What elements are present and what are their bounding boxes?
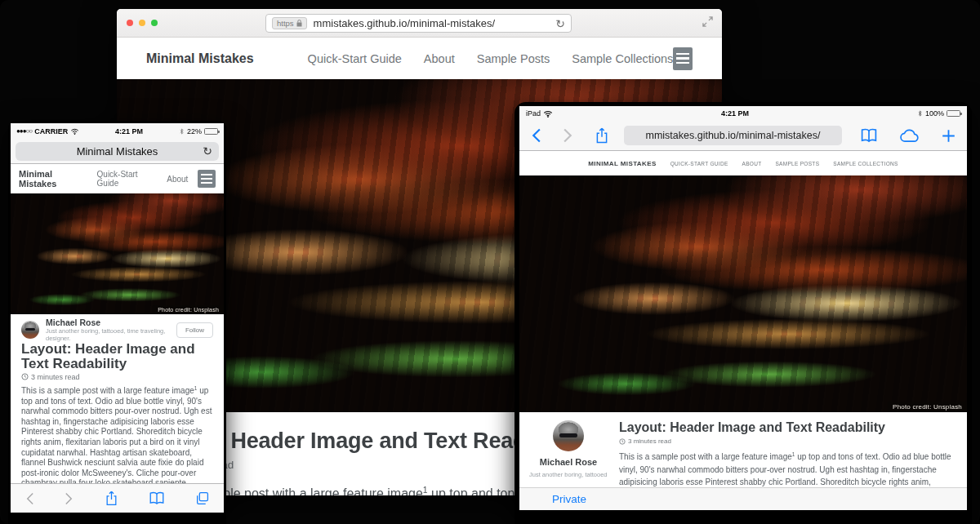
carrier-label: CARRIER bbox=[34, 127, 68, 135]
clock-icon bbox=[619, 438, 626, 445]
iphone-address-field[interactable]: Minimal Mistakes ↻ bbox=[16, 142, 219, 161]
hamburger-menu-icon[interactable] bbox=[673, 47, 693, 70]
nav-item-quick-start-guide[interactable]: Quick-Start Guide bbox=[308, 52, 402, 65]
reload-icon[interactable]: ↻ bbox=[203, 145, 212, 157]
reload-icon[interactable]: ↻ bbox=[555, 18, 565, 29]
photo-credit: Photo credit: Unsplash bbox=[888, 402, 967, 412]
battery-percent: 22% bbox=[187, 127, 202, 135]
iphone-nav-quick-start-guide[interactable]: Quick-Start Guide bbox=[97, 170, 156, 188]
paragraph-lead: This is a sample post with a large featu… bbox=[619, 452, 792, 461]
ipad-nav-quick-start-guide[interactable]: Quick-Start Guide bbox=[670, 161, 728, 167]
ipad-site-masthead: Minimal Mistakes Quick-Start Guide About… bbox=[519, 151, 967, 175]
url-text: mmistakes.github.io/minimal-mistakes/ bbox=[314, 17, 556, 29]
private-label[interactable]: Private bbox=[552, 493, 586, 505]
ipad-post-main: Layout: Header Image and Text Readabilit… bbox=[609, 420, 954, 487]
ipad-site-title-link[interactable]: Minimal Mistakes bbox=[588, 160, 656, 167]
address-bar[interactable]: https mmistakes.github.io/minimal-mistak… bbox=[265, 14, 572, 33]
ipad-status-bar: iPad 4:21 PM 100% bbox=[519, 106, 967, 121]
back-icon[interactable] bbox=[531, 127, 541, 144]
wifi-icon bbox=[70, 128, 79, 135]
follow-button[interactable]: Follow bbox=[176, 322, 213, 338]
iphone-read-time-meta: 3 minutes read bbox=[21, 373, 213, 381]
status-time: 4:21 PM bbox=[79, 127, 179, 135]
close-window-icon[interactable] bbox=[127, 20, 133, 26]
nav-item-sample-collections[interactable]: Sample Collections bbox=[572, 52, 673, 65]
signal-strength-icon: ●●●○○ bbox=[16, 127, 32, 135]
back-icon[interactable] bbox=[25, 491, 34, 506]
safari-toolbar: mmistakes.github.io/minimal-mistakes/ bbox=[519, 121, 967, 151]
iphone-status-right: 22% bbox=[179, 127, 218, 135]
hamburger-menu-icon[interactable] bbox=[198, 170, 216, 188]
site-nav: Quick-Start Guide About Sample Posts Sam… bbox=[308, 52, 674, 65]
responsive-mockup-stage: https mmistakes.github.io/minimal-mistak… bbox=[0, 0, 980, 524]
author-row: Michael Rose Just another boring, tattoo… bbox=[21, 321, 213, 339]
clock-icon bbox=[21, 373, 29, 380]
status-time: 4:21 PM bbox=[553, 109, 917, 118]
device-label: iPad bbox=[526, 109, 541, 118]
ipad-url-text: mmistakes.github.io/minimal-mistakes/ bbox=[646, 130, 821, 141]
iphone-url-label: Minimal Mistakes bbox=[77, 145, 158, 158]
ipad-read-time-label: 3 minutes read bbox=[628, 437, 671, 445]
icloud-tabs-icon[interactable] bbox=[899, 128, 920, 143]
iphone-nav-about[interactable]: About bbox=[167, 175, 188, 184]
bookmarks-icon[interactable] bbox=[860, 128, 878, 143]
ipad-device: iPad 4:21 PM 100% mmistakes.github.io/mi… bbox=[514, 102, 972, 524]
author-avatar bbox=[553, 420, 584, 451]
forward-icon[interactable] bbox=[563, 127, 573, 144]
iphone-site-title-link[interactable]: Minimal Mistakes bbox=[19, 169, 86, 189]
nav-item-about[interactable]: About bbox=[424, 52, 455, 65]
ipad-screen: iPad 4:21 PM 100% mmistakes.github.io/mi… bbox=[519, 106, 967, 510]
ipad-post-paragraph: This is a sample post with a large featu… bbox=[619, 451, 954, 487]
iphone-post-title: Layout: Header Image and Text Readabilit… bbox=[21, 342, 213, 371]
ipad-nav-sample-posts[interactable]: Sample Posts bbox=[775, 161, 819, 167]
ipad-address-field[interactable]: mmistakes.github.io/minimal-mistakes/ bbox=[624, 126, 842, 145]
ipad-nav-sample-collections[interactable]: Sample Collections bbox=[833, 161, 898, 167]
wifi-icon bbox=[543, 110, 553, 118]
photo-credit: Photo credit: Unsplash bbox=[153, 305, 224, 314]
iphone-status-bar: ●●●○○ CARRIER 4:21 PM 22% bbox=[11, 123, 224, 139]
site-title-link[interactable]: Minimal Mistakes bbox=[146, 51, 254, 66]
iphone-site-masthead: Minimal Mistakes Quick-Start Guide About bbox=[11, 164, 224, 193]
tabs-icon[interactable] bbox=[195, 491, 209, 505]
iphone-device: ●●●○○ CARRIER 4:21 PM 22% Minimal Mistak… bbox=[8, 121, 226, 524]
iphone-read-time-label: 3 minutes read bbox=[31, 373, 80, 381]
zoom-window-icon[interactable] bbox=[151, 20, 158, 26]
author-avatar bbox=[21, 321, 39, 339]
bookmarks-icon[interactable] bbox=[149, 491, 165, 505]
ipad-status-right: 100% bbox=[917, 109, 960, 118]
https-label: https bbox=[277, 19, 294, 28]
iphone-feature-header-image: Photo credit: Unsplash bbox=[11, 193, 224, 314]
iphone-url-row: Minimal Mistakes ↻ bbox=[11, 139, 224, 164]
bluetooth-icon bbox=[917, 109, 923, 118]
private-browsing-bar: Private bbox=[519, 487, 967, 510]
iphone-post-paragraph: This is a sample post with a large featu… bbox=[21, 385, 213, 483]
https-badge: https bbox=[272, 17, 307, 29]
ipad-post-title: Layout: Header Image and Text Readabilit… bbox=[619, 420, 954, 435]
paragraph-rest: up top and tons of text. Odio ad blue bo… bbox=[21, 386, 212, 483]
lock-icon bbox=[296, 20, 302, 27]
paragraph-lead: This is a sample post with a large featu… bbox=[21, 386, 194, 395]
author-name: Michael Rose bbox=[46, 318, 176, 327]
author-name: Michael Rose bbox=[540, 457, 597, 468]
ipad-nav-about[interactable]: About bbox=[742, 161, 762, 167]
share-icon[interactable] bbox=[105, 490, 118, 507]
author-sidebar: Michael Rose Just another boring, tattoo… bbox=[528, 420, 609, 487]
window-controls bbox=[127, 20, 158, 26]
share-icon[interactable] bbox=[595, 127, 609, 144]
battery-percent: 100% bbox=[925, 109, 944, 118]
safari-bottom-toolbar bbox=[11, 483, 224, 513]
battery-icon bbox=[947, 110, 960, 117]
forward-icon[interactable] bbox=[65, 491, 74, 506]
iphone-screen: ●●●○○ CARRIER 4:21 PM 22% Minimal Mistak… bbox=[11, 123, 224, 513]
author-bio: Just another boring, tattooed, time trav… bbox=[529, 471, 608, 478]
new-tab-icon[interactable] bbox=[942, 129, 956, 143]
minimize-window-icon[interactable] bbox=[139, 20, 145, 26]
fullscreen-icon[interactable] bbox=[702, 16, 713, 27]
site-masthead: Minimal Mistakes Quick-Start Guide About… bbox=[117, 38, 722, 79]
bluetooth-icon bbox=[179, 127, 185, 135]
ipad-read-time-meta: 3 minutes read bbox=[619, 437, 954, 445]
battery-icon bbox=[204, 128, 218, 135]
iphone-post-content: Michael Rose Just another boring, tattoo… bbox=[11, 314, 224, 483]
author-bio: Just another boring, tattooed, time trav… bbox=[46, 327, 176, 342]
nav-item-sample-posts[interactable]: Sample Posts bbox=[477, 52, 550, 65]
